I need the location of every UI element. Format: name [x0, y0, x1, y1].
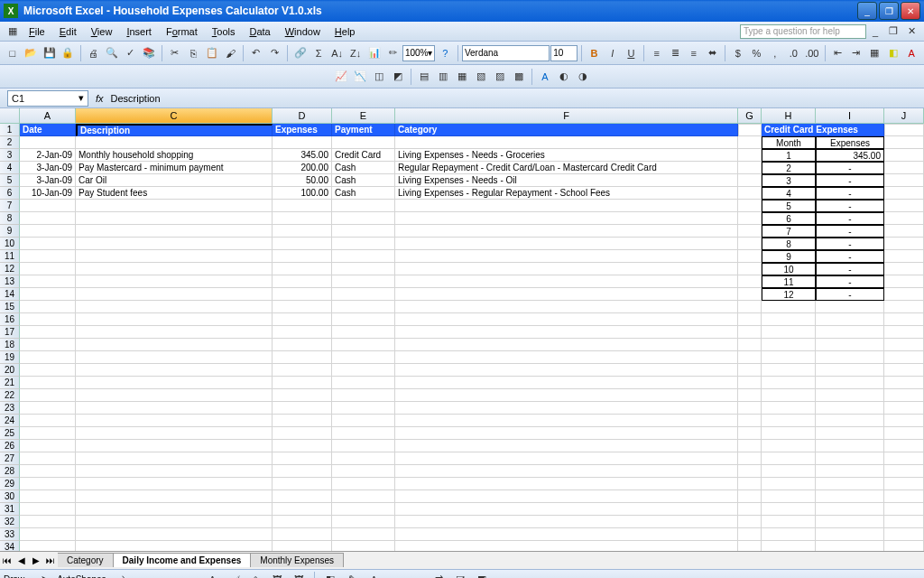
cell[interactable]: Cash	[332, 174, 395, 187]
chart-tool-6-icon[interactable]: ▥	[434, 68, 452, 86]
cell[interactable]	[884, 427, 924, 440]
row-header[interactable]: 20	[0, 364, 20, 377]
cut-icon[interactable]: ✂	[166, 44, 184, 62]
cell[interactable]: Date	[20, 124, 76, 136]
cell[interactable]	[816, 339, 884, 351]
row-header[interactable]: 15	[0, 301, 20, 313]
cell[interactable]	[20, 503, 76, 516]
cell[interactable]	[738, 339, 762, 351]
cell[interactable]	[762, 490, 816, 503]
chart-tool-4-icon[interactable]: ◩	[389, 68, 407, 86]
cell[interactable]	[738, 263, 762, 275]
font-color-draw-icon[interactable]: A	[365, 571, 383, 579]
cell[interactable]: 3-Jan-09	[20, 174, 76, 187]
cell[interactable]	[762, 465, 816, 478]
cell[interactable]	[273, 528, 332, 541]
cell[interactable]	[884, 275, 924, 288]
cell[interactable]: 1	[762, 149, 816, 162]
row-header[interactable]: 26	[0, 440, 20, 452]
cell[interactable]	[273, 415, 332, 427]
line-color-icon[interactable]: ✎	[343, 571, 361, 579]
cell[interactable]	[332, 465, 395, 478]
cell[interactable]	[395, 200, 738, 212]
cell[interactable]	[738, 326, 762, 339]
formula-value[interactable]: Description	[111, 93, 161, 104]
cell[interactable]	[816, 427, 884, 440]
row-header[interactable]: 24	[0, 415, 20, 427]
tab-prev-icon[interactable]: ◀	[14, 555, 29, 565]
font-color-icon[interactable]: A	[903, 44, 921, 62]
cell[interactable]	[332, 326, 395, 339]
cell[interactable]	[762, 452, 816, 465]
cell[interactable]	[884, 541, 924, 551]
cell[interactable]	[816, 301, 884, 313]
cell[interactable]	[332, 263, 395, 275]
cell[interactable]	[273, 389, 332, 402]
cell[interactable]	[395, 288, 738, 301]
chart-icon[interactable]: 📊	[365, 44, 383, 62]
cell[interactable]: -	[816, 263, 884, 275]
sort-desc-icon[interactable]: Z↓	[346, 44, 365, 62]
cell[interactable]	[816, 364, 884, 377]
cell[interactable]	[20, 339, 76, 351]
cell[interactable]: 345.00	[273, 149, 332, 162]
cell[interactable]	[884, 225, 924, 238]
align-right-icon[interactable]: ≡	[685, 44, 703, 62]
row-header[interactable]: 18	[0, 339, 20, 351]
arrow-icon[interactable]: →	[138, 571, 156, 579]
cell[interactable]	[738, 162, 762, 174]
cell[interactable]: -	[816, 162, 884, 174]
cell[interactable]	[20, 377, 76, 389]
cell[interactable]: 3	[762, 174, 816, 187]
cell[interactable]	[816, 528, 884, 541]
row-header[interactable]: 19	[0, 351, 20, 364]
cell[interactable]: Credit Card	[332, 149, 395, 162]
open-icon[interactable]: 📂	[23, 44, 41, 62]
cell[interactable]	[762, 301, 816, 313]
sheet-tab-monthly[interactable]: Monthly Expenses	[251, 553, 344, 567]
clipart-icon[interactable]: 🖼	[268, 571, 286, 579]
cell[interactable]	[762, 326, 816, 339]
cell[interactable]	[884, 124, 924, 136]
cell[interactable]: Description	[76, 124, 273, 136]
cell[interactable]: 2	[762, 162, 816, 174]
chart-tool-3-icon[interactable]: ◫	[370, 68, 388, 86]
inc-indent-icon[interactable]: ⇥	[847, 44, 865, 62]
cell[interactable]	[332, 313, 395, 326]
cell[interactable]	[273, 225, 332, 238]
cell[interactable]	[738, 490, 762, 503]
cell[interactable]	[76, 377, 273, 389]
cell[interactable]	[76, 427, 273, 440]
cell[interactable]	[762, 377, 816, 389]
font-name-select[interactable]: Verdana	[462, 45, 550, 61]
cell[interactable]	[76, 263, 273, 275]
dash-style-icon[interactable]: ┄	[408, 571, 426, 579]
row-header[interactable]: 25	[0, 427, 20, 440]
row-header[interactable]: 16	[0, 313, 20, 326]
cell[interactable]: Payment	[332, 124, 395, 136]
cell[interactable]	[332, 440, 395, 452]
cell[interactable]	[816, 351, 884, 364]
cell[interactable]	[762, 402, 816, 415]
row-header[interactable]: 2	[0, 136, 20, 149]
sort-asc-icon[interactable]: A↓	[328, 44, 346, 62]
dec-indent-icon[interactable]: ⇤	[829, 44, 847, 62]
cell[interactable]	[76, 490, 273, 503]
cell[interactable]	[884, 288, 924, 301]
cell[interactable]	[76, 478, 273, 490]
cell[interactable]	[884, 313, 924, 326]
col-header-I[interactable]: I	[816, 108, 884, 124]
cell[interactable]	[395, 541, 738, 551]
select-all-corner[interactable]	[0, 108, 20, 124]
cell[interactable]	[76, 503, 273, 516]
row-header[interactable]: 11	[0, 250, 20, 263]
cell[interactable]	[762, 351, 816, 364]
cell[interactable]	[76, 516, 273, 528]
cell[interactable]: -	[816, 174, 884, 187]
cell[interactable]	[395, 452, 738, 465]
cell[interactable]	[332, 541, 395, 551]
chart-tool-a-icon[interactable]: A	[536, 68, 554, 86]
col-header-D[interactable]: D	[273, 108, 332, 124]
cell[interactable]: 100.00	[273, 187, 332, 200]
cell[interactable]	[884, 440, 924, 452]
